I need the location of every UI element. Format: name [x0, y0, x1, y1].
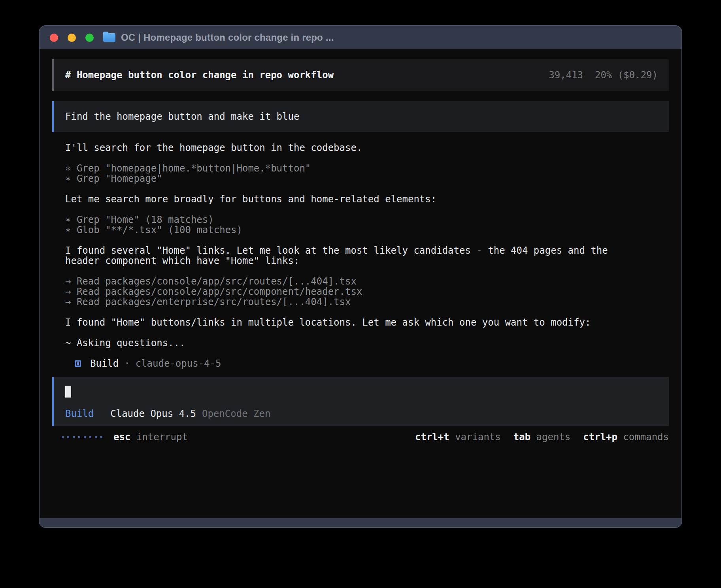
desktop: OC | Homepage button color change in rep…	[0, 0, 721, 588]
spinner-dot	[95, 436, 97, 438]
shortcut-interrupt: esc interrupt	[113, 432, 188, 442]
conversation-line: → Read packages/enterprise/src/routes/[.…	[65, 297, 669, 307]
agent-separator: ·	[124, 358, 130, 369]
shortcut-commands: ctrl+p commands	[583, 432, 669, 442]
agent-model: claude-opus-4-5	[136, 358, 221, 369]
conversation-line: ∗ Grep "Home" (18 matches)	[65, 215, 669, 225]
conversation-block-text: Let me search more broadly for buttons a…	[65, 194, 669, 204]
user-message: Find the homepage button and make it blu…	[52, 101, 669, 132]
window-footer	[40, 518, 681, 527]
conversation-block-text: I'll search for the homepage button in t…	[65, 143, 669, 153]
provider-label: OpenCode Zen	[202, 409, 270, 419]
conversation-line: I found "Home" buttons/links in multiple…	[65, 317, 669, 328]
spinner-dot	[78, 436, 80, 438]
spinner-dot	[67, 436, 69, 438]
context-cost: 20% ($0.29)	[595, 70, 658, 80]
shortcut-key: tab	[513, 432, 530, 443]
conversation: I'll search for the homepage button in t…	[52, 143, 669, 348]
agent-name: Build	[90, 358, 119, 369]
prompt-input[interactable]: Build Claude Opus 4.5 OpenCode Zen	[52, 377, 669, 426]
session-stats: 39,413 20% ($0.29)	[549, 70, 658, 80]
conversation-block-tool: ∗ Grep "homepage|home.*button|Home.*butt…	[65, 163, 669, 184]
text-cursor	[65, 386, 71, 398]
spinner-dot	[62, 436, 64, 438]
conversation-line: I'll search for the homepage button in t…	[65, 143, 669, 153]
shortcut-key: ctrl+t	[415, 432, 449, 443]
conversation-block-tool: → Read packages/console/app/src/routes/[…	[65, 276, 669, 307]
folder-icon	[103, 33, 115, 42]
spinner-dot	[100, 436, 102, 438]
traffic-lights	[50, 34, 94, 42]
conversation-line: → Read packages/console/app/src/componen…	[65, 286, 669, 297]
conversation-line: → Read packages/console/app/src/routes/[…	[65, 276, 669, 286]
token-count: 39,413	[549, 70, 583, 80]
minimize-button[interactable]	[68, 34, 76, 42]
input-footer: Build Claude Opus 4.5 OpenCode Zen	[65, 409, 669, 419]
window-title: OC | Homepage button color change in rep…	[121, 32, 334, 43]
window-titlebar: OC | Homepage button color change in rep…	[40, 26, 681, 49]
conversation-line: I found several "Home" links. Let me loo…	[65, 245, 669, 256]
conversation-line: ~ Asking questions...	[65, 338, 669, 348]
conversation-line: header component which have "Home" links…	[65, 256, 669, 266]
shortcuts-left: esc interrupt	[113, 432, 188, 442]
shortcut-label: agents	[530, 432, 570, 443]
session-header: # Homepage button color change in repo w…	[52, 59, 669, 91]
conversation-block-text: I found "Home" buttons/links in multiple…	[65, 317, 669, 328]
shortcut-agents: tab agents	[513, 432, 571, 442]
status-bar: esc interrupt ctrl+t variantstab agentsc…	[52, 431, 669, 443]
conversation-block-text: I found several "Home" links. Let me loo…	[65, 245, 669, 266]
mode-label: Build	[65, 409, 94, 419]
shortcut-variants: ctrl+t variants	[415, 432, 501, 442]
model-label: Claude Opus 4.5	[110, 409, 196, 419]
shortcut-label: interrupt	[130, 432, 188, 443]
spinner-dots	[62, 436, 102, 438]
spinner-dot	[89, 436, 91, 438]
conversation-block-text: ~ Asking questions...	[65, 338, 669, 348]
agent-build-icon	[75, 360, 81, 367]
conversation-block-tool: ∗ Grep "Home" (18 matches)∗ Glob "**/*.t…	[65, 215, 669, 235]
zoom-button[interactable]	[85, 34, 94, 42]
shortcut-key: esc	[113, 432, 130, 443]
session-title: # Homepage button color change in repo w…	[65, 70, 334, 80]
shortcut-label: commands	[617, 432, 669, 443]
shortcut-key: ctrl+p	[583, 432, 617, 443]
terminal-window: OC | Homepage button color change in rep…	[39, 25, 682, 528]
user-message-text: Find the homepage button and make it blu…	[65, 111, 299, 122]
conversation-line: Let me search more broadly for buttons a…	[65, 194, 669, 204]
agent-status-row: Build · claude-opus-4-5	[52, 358, 669, 369]
conversation-line: ∗ Glob "**/*.tsx" (100 matches)	[65, 225, 669, 235]
shortcuts-right: ctrl+t variantstab agentsctrl+p commands	[415, 432, 669, 442]
close-button[interactable]	[50, 34, 58, 42]
spinner-dot	[73, 436, 75, 438]
status-left: esc interrupt	[62, 432, 188, 442]
conversation-line: ∗ Grep "Homepage"	[65, 173, 669, 184]
shortcut-label: variants	[449, 432, 501, 443]
spinner-dot	[84, 436, 86, 438]
conversation-line: ∗ Grep "homepage|home.*button|Home.*butt…	[65, 163, 669, 173]
terminal-body: # Homepage button color change in repo w…	[40, 49, 681, 518]
